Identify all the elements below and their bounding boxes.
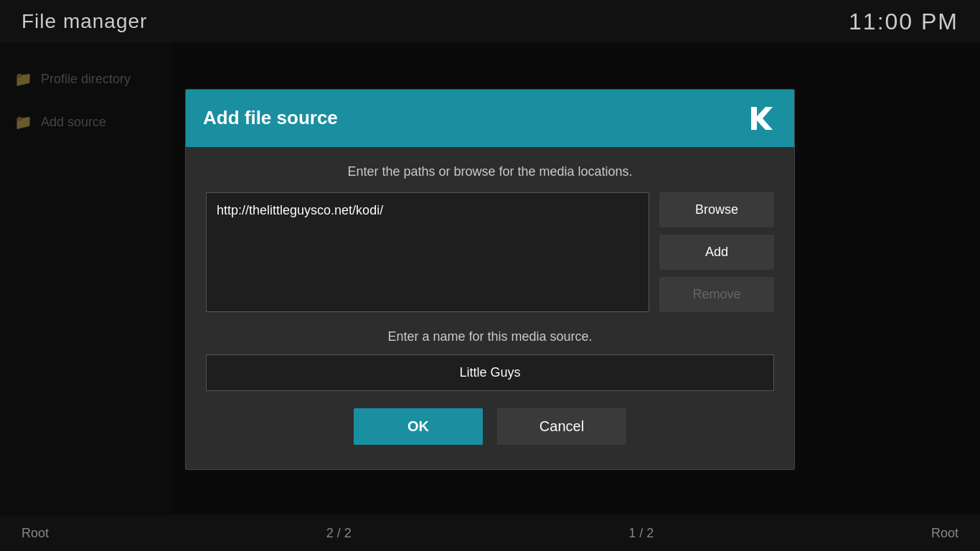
bottom-right-label: Root (931, 526, 958, 541)
media-source-name-input[interactable] (206, 354, 774, 391)
cancel-button[interactable]: Cancel (497, 408, 626, 445)
dialog-title: Add file source (203, 107, 338, 129)
clock: 11:00 PM (849, 9, 958, 35)
paths-section: http://thelittleguysco.net/kodi/ Browse … (206, 192, 774, 312)
dialog-body: Enter the paths or browse for the media … (186, 147, 794, 469)
add-file-source-dialog: Add file source Enter the paths or brows… (185, 89, 795, 470)
remove-button[interactable]: Remove (659, 277, 774, 312)
name-instruction: Enter a name for this media source. (206, 329, 774, 344)
bottom-bar: Root 2 / 2 1 / 2 Root (0, 515, 980, 551)
dialog-header: Add file source (186, 90, 794, 147)
kodi-logo-icon (745, 103, 777, 134)
dialog-overlay: Add file source Enter the paths or brows… (0, 43, 980, 515)
ok-button[interactable]: OK (354, 408, 483, 445)
app-title: File manager (22, 10, 147, 33)
add-button[interactable]: Add (659, 235, 774, 270)
dialog-footer: OK Cancel (206, 408, 774, 452)
paths-instruction: Enter the paths or browse for the media … (206, 164, 774, 179)
bottom-right-pagination: 1 / 2 (628, 526, 654, 541)
bottom-left-pagination: 2 / 2 (326, 526, 352, 541)
bottom-left-label: Root (22, 526, 49, 541)
paths-action-buttons: Browse Add Remove (659, 192, 774, 312)
browse-button[interactable]: Browse (659, 192, 774, 227)
path-input[interactable]: http://thelittleguysco.net/kodi/ (206, 192, 649, 312)
svg-marker-1 (751, 107, 773, 130)
top-bar: File manager 11:00 PM (0, 0, 980, 43)
